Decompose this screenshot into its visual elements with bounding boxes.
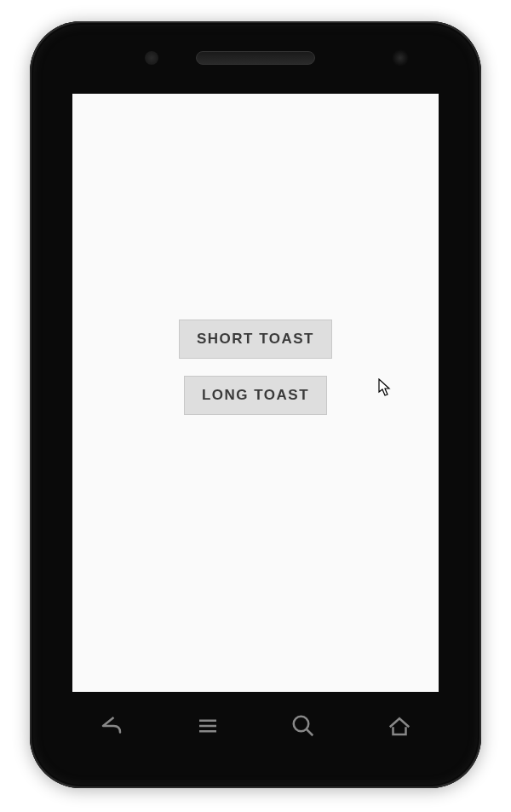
svg-point-3 [294,717,309,732]
short-toast-button[interactable]: SHORT TOAST [179,320,332,359]
menu-icon [195,713,221,739]
search-button[interactable] [288,711,319,741]
search-icon [290,713,316,739]
phone-device-frame: SHORT TOAST LONG TOAST [30,21,481,788]
back-icon [99,713,124,739]
long-toast-button[interactable]: LONG TOAST [184,376,327,415]
home-button[interactable] [384,711,415,741]
earpiece-speaker-icon [196,51,315,65]
phone-screen: SHORT TOAST LONG TOAST [72,94,439,692]
phone-nav-bar [30,692,481,760]
phone-top-bezel [30,21,481,94]
home-icon [387,713,412,739]
app-main-content: SHORT TOAST LONG TOAST [72,94,439,666]
back-button[interactable] [96,711,127,741]
proximity-sensor-icon [145,51,158,65]
menu-button[interactable] [192,711,223,741]
svg-line-4 [307,729,313,736]
front-camera-icon [392,49,409,66]
